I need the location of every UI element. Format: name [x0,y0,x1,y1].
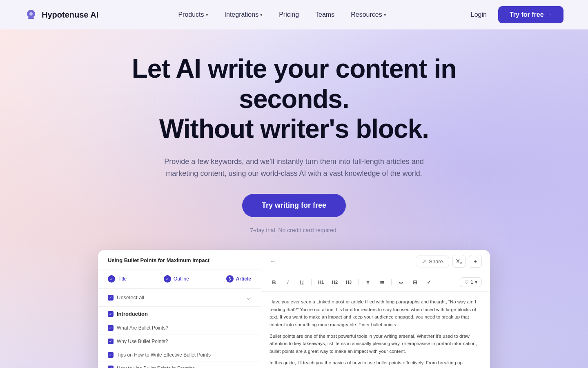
logo-icon [24,8,38,21]
score-value: 1 [470,279,473,285]
article-title-label: Using Bullet Points for Maximum Impact [98,250,261,269]
step-done-icon-2: ✓ [164,275,171,283]
login-link[interactable]: Login [466,8,492,22]
unselect-checkbox[interactable]: ✓ [108,295,114,301]
score-area: ♡ 1 ▾ [460,277,482,287]
integrations-chevron-icon: ▾ [260,12,263,18]
nav-links: Products ▾ Integrations ▾ Pricing Teams … [172,8,392,22]
demo-right-panel: ← ⤢ Share Xₐ + [261,250,490,368]
section-check-0[interactable]: ✓ [108,311,114,317]
nav-teams[interactable]: Teams [309,8,341,22]
format-bar: B I U H1 H2 H3 ≡ ≣ ∞ ⊟ ✓ ♡ [261,273,490,292]
step-done-icon: ✓ [108,275,115,283]
navigation: Hypotenuse AI Products ▾ Integrations ▾ … [0,0,588,29]
share-icon: ⤢ [422,258,426,265]
step-line-1 [130,279,160,279]
section-check-2[interactable]: ✓ [108,339,114,344]
fmt-sep-2 [358,279,359,285]
content-para-1: Have you ever seen a LinkedIn post or ar… [270,298,482,328]
fmt-italic[interactable]: I [283,279,292,285]
hero-section: Let AI write your content in seconds. Wi… [0,29,588,368]
fmt-h3[interactable]: H3 [344,280,353,285]
nav-resources[interactable]: Resources ▾ [344,8,392,22]
hero-subtitle: Provide a few keywords, and we'll instan… [155,156,433,180]
translate-icon: Xₐ [456,258,462,265]
fmt-ordered-list[interactable]: ≣ [377,279,386,285]
trial-note: 7-day trial. No credit card required. [250,227,338,233]
demo-wrapper: Using Bullet Points for Maximum Impact ✓… [98,250,490,368]
fmt-check[interactable]: ✓ [424,279,433,285]
fmt-underline[interactable]: U [297,279,306,285]
translate-button[interactable]: Xₐ [452,255,466,268]
section-check-1[interactable]: ✓ [108,325,114,331]
score-badge: ♡ 1 ▾ [460,277,482,287]
heart-icon: ♡ [464,279,469,285]
nav-pricing[interactable]: Pricing [272,8,305,22]
unselect-left: ✓ Unselect all [108,294,144,301]
content-para-2: Bullet points are one of the most powerf… [270,332,482,355]
section-item-2: ✓ Why Use Bullet Points? [98,335,261,348]
fmt-image[interactable]: ⊟ [410,279,419,285]
editor-toolbar: ← ⤢ Share Xₐ + [261,250,490,273]
share-button[interactable]: ⤢ Share [416,256,449,267]
nav-cta-button[interactable]: Try for free → [498,6,564,23]
fmt-sep-1 [311,279,312,285]
fmt-h1[interactable]: H1 [316,280,325,285]
editor-content[interactable]: Have you ever seen a LinkedIn post or ar… [261,292,490,368]
demo-card: Using Bullet Points for Maximum Impact ✓… [98,250,490,368]
nav-right: Login Try for free → [466,6,564,23]
step-active-icon: 3 [226,275,234,283]
nav-products[interactable]: Products ▾ [172,8,214,22]
fmt-sep-3 [391,279,392,285]
steps-bar: ✓ Title ✓ Outline 3 Article [98,269,261,289]
hero-content: Let AI write your content in seconds. Wi… [110,54,478,233]
expand-icon[interactable]: ⌄ [246,294,251,301]
products-chevron-icon: ▾ [206,12,208,18]
step-outline: ✓ Outline [164,275,189,283]
step-title: ✓ Title [108,275,127,283]
fmt-list[interactable]: ≡ [363,279,372,285]
demo-left-panel: Using Bullet Points for Maximum Impact ✓… [98,250,261,368]
brand-logo[interactable]: Hypotenuse AI [24,8,98,21]
content-para-3: In this guide, I'll teach you the basics… [270,359,482,368]
nav-integrations[interactable]: Integrations ▾ [218,8,270,22]
section-item-4: ✓ How to Use Bullet Points in Practice [98,362,261,368]
add-button[interactable]: + [469,255,482,268]
add-icon: + [474,258,477,265]
hero-cta-button[interactable]: Try writing for free [242,194,346,217]
resources-chevron-icon: ▾ [384,12,386,18]
section-introduction: ✓ Introduction [98,307,261,321]
back-icon[interactable]: ← [270,258,276,265]
fmt-link[interactable]: ∞ [396,279,405,285]
section-check-3[interactable]: ✓ [108,352,114,358]
fmt-h2[interactable]: H2 [330,280,339,285]
step-article: 3 Article [226,275,251,283]
section-check-4[interactable]: ✓ [108,366,114,368]
step-line-2 [192,279,223,279]
toolbar-right: ⤢ Share Xₐ + [416,255,482,268]
brand-name: Hypotenuse AI [42,10,98,20]
unselect-row: ✓ Unselect all ⌄ [98,289,261,307]
score-chevron: ▾ [475,279,477,285]
hero-title: Let AI write your content in seconds. Wi… [110,54,478,144]
section-item-1: ✓ What Are Bullet Points? [98,321,261,335]
section-item-3: ✓ Tips on How to Write Effective Bullet … [98,348,261,362]
fmt-bold[interactable]: B [270,279,278,285]
